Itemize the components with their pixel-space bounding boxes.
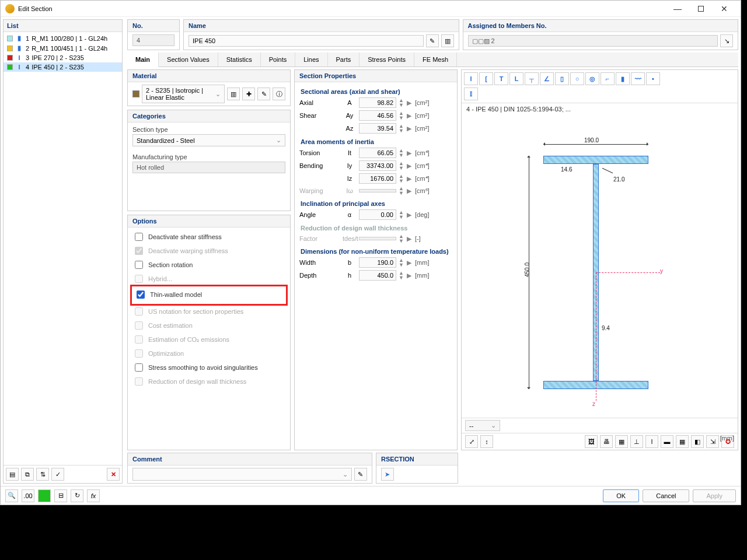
tabs[interactable]: MainSection ValuesStatisticsPointsLinesP…: [127, 52, 738, 67]
shape-i-icon[interactable]: I: [464, 72, 478, 85]
minimize-button[interactable]: [666, 4, 689, 13]
comment-edit-button[interactable]: ✎: [354, 468, 367, 481]
shape-tshort-icon[interactable]: ┬: [525, 72, 539, 85]
viewer-axis-button[interactable]: ⊥: [630, 435, 643, 448]
maximize-button[interactable]: [698, 6, 704, 12]
shape-double-icon[interactable]: ▮: [616, 72, 630, 85]
option-deactivate-shear-stiffness[interactable]: Deactivate shear stiffness: [132, 230, 285, 244]
edit-name-button[interactable]: ✎: [426, 34, 439, 47]
pick-members-button[interactable]: ↘: [720, 34, 733, 47]
dim-height: 450.0: [524, 262, 530, 277]
tab-points[interactable]: Points: [261, 52, 296, 66]
material-info-button[interactable]: ⓘ: [273, 88, 285, 100]
shape-z-icon[interactable]: ⌐: [601, 72, 615, 85]
viewer-mesh-button[interactable]: ▦: [676, 435, 689, 448]
shape-circle-icon[interactable]: ○: [570, 72, 584, 85]
shape-ring-icon[interactable]: ◎: [585, 72, 599, 85]
ok-button[interactable]: OK: [603, 489, 639, 502]
shape-dot-icon[interactable]: •: [646, 72, 660, 85]
shape-l-icon[interactable]: L: [509, 72, 523, 85]
shape-custom-icon[interactable]: 𝕀: [464, 88, 478, 100]
name-input[interactable]: [189, 35, 424, 47]
dim-tf: 14.6: [561, 166, 572, 173]
no-input[interactable]: [132, 34, 174, 46]
shape-rect-icon[interactable]: ▯: [555, 72, 569, 85]
viewer-shape-button[interactable]: I: [645, 435, 658, 448]
material-edit-button[interactable]: ✎: [257, 88, 270, 100]
viewer-pan-button[interactable]: ↕: [480, 435, 493, 448]
tab-statistics[interactable]: Statistics: [218, 52, 261, 66]
tab-lines[interactable]: Lines: [295, 52, 327, 66]
prop-row: Factor tdes/t ▲▼▶ [-]: [299, 233, 452, 244]
section-type-select[interactable]: Standardized - Steel⌄: [132, 134, 285, 146]
titlebar: Edit Section: [1, 1, 741, 17]
apply-button[interactable]: Apply: [693, 489, 736, 502]
viewer-img-button[interactable]: 🖼: [585, 435, 598, 448]
shape-c-icon[interactable]: [: [479, 72, 493, 85]
prop-row: Warping Iω ▲▼▶ [cm⁶]: [299, 185, 452, 197]
new-item-button[interactable]: ▤: [6, 468, 19, 481]
option-thin-walled-model[interactable]: Thin-walled model: [134, 288, 284, 302]
viewer-mode-select[interactable]: --⌄: [465, 420, 500, 431]
section-list[interactable]: ▮1R_M1 100/280 | 1 - GL24h▮2R_M1 100/451…: [4, 32, 122, 465]
viewer-print-button[interactable]: 🖶: [600, 435, 613, 448]
dim-width: 190.0: [584, 137, 599, 144]
window-title: Edit Section: [18, 5, 53, 12]
tab-main[interactable]: Main: [127, 52, 159, 67]
shape-angle-icon[interactable]: ∠: [540, 72, 554, 85]
delete-item-button[interactable]: ✕: [107, 468, 120, 481]
list-item[interactable]: I4IPE 450 | 2 - S235: [4, 62, 122, 72]
tab-stress-points[interactable]: Stress Points: [359, 52, 414, 66]
color-button[interactable]: [38, 489, 51, 502]
close-button[interactable]: [713, 4, 736, 13]
viewer-zoom-button[interactable]: ⤢: [465, 435, 478, 448]
rsection-open-button[interactable]: ➤: [381, 468, 394, 481]
section-type-label: Section type: [132, 125, 285, 134]
tab-parts[interactable]: Parts: [328, 52, 360, 66]
option-cost-estimation: Cost estimation: [132, 318, 285, 332]
prop-row: Axial A 98.82 ▲▼▶ [cm²]: [299, 96, 452, 109]
dim-r: 21.0: [613, 176, 624, 183]
material-lib-button[interactable]: ▥: [227, 88, 240, 100]
assigned-input[interactable]: [468, 35, 718, 47]
list-item[interactable]: ▮1R_M1 100/280 | 1 - GL24h: [4, 33, 122, 43]
tab-section-values[interactable]: Section Values: [159, 52, 218, 66]
option-section-rotation[interactable]: Section rotation: [132, 258, 285, 272]
list-header: List: [4, 20, 122, 32]
fx-button[interactable]: fx: [87, 489, 100, 502]
tree-button[interactable]: ⊟: [54, 489, 67, 502]
cancel-button[interactable]: Cancel: [643, 489, 689, 502]
shape-t-icon[interactable]: T: [494, 72, 508, 85]
prop-group-title: Reduction of design wall thickness: [299, 221, 452, 233]
list-item[interactable]: I3IPE 270 | 2 - S235: [4, 53, 122, 62]
no-label: No.: [128, 20, 179, 32]
library-button[interactable]: ▥: [441, 34, 454, 47]
option-stress-smoothing-to-avoid-singularities[interactable]: Stress smoothing to avoid singularities: [132, 360, 285, 374]
axis-z: [596, 272, 596, 401]
material-new-button[interactable]: ✚: [242, 88, 255, 100]
prop-group-title: Inclination of principal axes: [299, 197, 452, 208]
option-reduction-of-design-wall-thickness: Reduction of design wall thickness: [132, 374, 285, 388]
refresh-button[interactable]: ↻: [71, 489, 83, 502]
search-button[interactable]: 🔍: [5, 489, 18, 502]
sort-asc-button[interactable]: ⇅: [36, 468, 49, 481]
material-select[interactable]: 2 - S235 | Isotropic | Linear Elastic⌄: [142, 85, 225, 103]
list-item[interactable]: ▮2R_M1 100/451 | 1 - GL24h: [4, 43, 122, 53]
axis-y: [596, 272, 660, 273]
prop-row: Width b 190.0 ▲▼▶ [mm]: [299, 256, 452, 269]
viewer-unit: [mm]: [720, 435, 734, 442]
comment-input[interactable]: ⌄: [132, 468, 352, 481]
copy-item-button[interactable]: ⧉: [21, 468, 34, 481]
sort-check-button[interactable]: ✓: [51, 468, 64, 481]
viewer-fill-button[interactable]: ▬: [661, 435, 673, 448]
shape-wave-icon[interactable]: 〰: [631, 72, 645, 85]
viewer-caption: 4 - IPE 450 | DIN 1025-5:1994-03; ...: [462, 103, 738, 115]
viewer-color-button[interactable]: ◧: [691, 435, 704, 448]
viewer-grid-button[interactable]: ▦: [615, 435, 628, 448]
section-canvas[interactable]: 190.0 450.0 14.6 21.0 9.4: [462, 115, 738, 418]
units-button[interactable]: .00: [22, 489, 34, 502]
viewer-export-button[interactable]: ⇲: [706, 435, 719, 448]
tab-fe-mesh[interactable]: FE Mesh: [414, 52, 457, 66]
option-us-notation-for-section-properties: US notation for section properties: [132, 304, 285, 318]
prop-group-title: Sectional areas (axial and shear): [299, 85, 452, 96]
